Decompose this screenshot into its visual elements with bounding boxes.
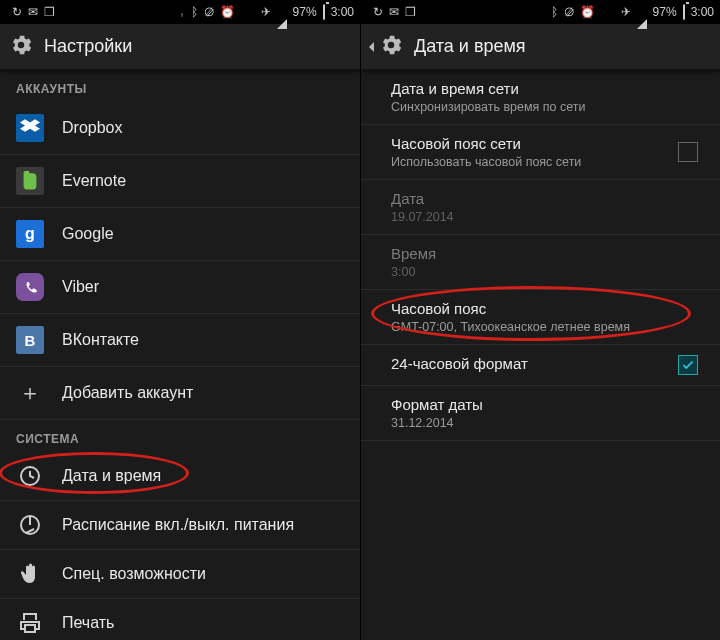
airplane-icon: ✈ (261, 6, 271, 18)
row-auto-timezone[interactable]: Часовой пояс сети Использовать часовой п… (361, 125, 720, 180)
plus-icon: ＋ (16, 379, 44, 407)
row-label: Расписание вкл./выкл. питания (62, 516, 294, 534)
mail-icon: ✉ (389, 6, 399, 18)
page-title: Настройки (44, 36, 132, 57)
google-icon: g (16, 220, 44, 248)
row-evernote[interactable]: Evernote (0, 155, 360, 208)
bluetooth-icon: ᛒ (191, 6, 198, 18)
row-title: Время (391, 245, 698, 262)
row-title: Часовой пояс (391, 300, 698, 317)
row-title: Формат даты (391, 396, 698, 413)
battery-icon (323, 6, 325, 18)
sync-icon: ↻ (373, 6, 383, 18)
actionbar[interactable]: Дата и время (361, 24, 720, 70)
row-label: Спец. возможности (62, 565, 206, 583)
chat-icon: ❐ (44, 6, 55, 18)
row-schedule-power[interactable]: Расписание вкл./выкл. питания (0, 501, 360, 550)
back-icon[interactable] (369, 42, 374, 52)
row-viber[interactable]: Viber (0, 261, 360, 314)
row-subtitle: 3:00 (391, 265, 698, 279)
battery-icon (683, 6, 685, 18)
row-label: Добавить аккаунт (62, 384, 193, 402)
checkbox-24h[interactable] (678, 355, 698, 375)
dropbox-icon (16, 114, 44, 142)
row-subtitle: GMT-07:00, Тихоокеанское летнее время (391, 320, 698, 334)
wifi-icon (241, 5, 255, 19)
row-24h-format[interactable]: 24-часовой формат (361, 345, 720, 386)
vibrate-icon: ∅̷ (564, 6, 574, 18)
chat-icon: ❐ (405, 6, 416, 18)
date-time-list[interactable]: Дата и время сети Синхронизировать время… (361, 70, 720, 441)
row-print[interactable]: Печать (0, 599, 360, 640)
signal-icon (277, 6, 287, 18)
row-subtitle: 19.07.2014 (391, 210, 698, 224)
row-title: Часовой пояс сети (391, 135, 666, 152)
mail-icon: ✉ (28, 6, 38, 18)
actionbar: Настройки (0, 24, 360, 70)
page-title: Дата и время (414, 36, 526, 57)
row-title: Дата и время сети (391, 80, 698, 97)
row-label: Печать (62, 614, 114, 632)
checkbox-auto-timezone[interactable] (678, 142, 698, 162)
row-subtitle: Использовать часовой пояс сети (391, 155, 666, 169)
phone-date-time: ↻ ✉ ❐ ᛒ ∅̷ ⏰ ✈ 97% 3:00 Дата и время Дат… (360, 0, 720, 640)
battery-pct: 97% (653, 6, 677, 18)
row-vk[interactable]: B ВКонтакте (0, 314, 360, 367)
sync-icon: ↻ (12, 6, 22, 18)
row-label: Дата и время (62, 467, 161, 485)
row-label: Viber (62, 278, 99, 296)
row-auto-time[interactable]: Дата и время сети Синхронизировать время… (361, 70, 720, 125)
category-system: СИСТЕМА (0, 420, 360, 452)
battery-pct: 97% (293, 6, 317, 18)
printer-icon (16, 609, 44, 637)
alarm-icon: ⏰ (580, 6, 595, 18)
vk-icon: B (16, 326, 44, 354)
alarm-icon: ⏰ (220, 6, 235, 18)
row-time: Время 3:00 (361, 235, 720, 290)
row-google[interactable]: g Google (0, 208, 360, 261)
row-dropbox[interactable]: Dropbox (0, 102, 360, 155)
status-bar: ↻ ✉ ❐ ᛒ ∅̷ ⏰ ✈ 97% 3:00 (361, 0, 720, 24)
row-title: 24-часовой формат (391, 355, 666, 372)
row-date-format[interactable]: Формат даты 31.12.2014 (361, 386, 720, 441)
row-label: Google (62, 225, 114, 243)
bluetooth-icon: ᛒ (551, 6, 558, 18)
row-add-account[interactable]: ＋ Добавить аккаунт (0, 367, 360, 420)
row-accessibility[interactable]: Спец. возможности (0, 550, 360, 599)
row-date-time[interactable]: Дата и время (0, 452, 360, 501)
clock: 3:00 (331, 6, 354, 18)
row-subtitle: 31.12.2014 (391, 416, 698, 430)
row-title: Дата (391, 190, 698, 207)
row-timezone[interactable]: Часовой пояс GMT-07:00, Тихоокеанское ле… (361, 290, 720, 345)
vibrate-icon: ∅̷ (204, 6, 214, 18)
category-accounts: АККАУНТЫ (0, 70, 360, 102)
clock-icon (16, 462, 44, 490)
gear-icon (8, 32, 34, 62)
phone-settings-main: , ↻ ✉ ❐ ᛒ ∅̷ ⏰ ✈ 97% 3:00 Настройки АККА… (0, 0, 360, 640)
row-label: ВКонтакте (62, 331, 139, 349)
gear-icon (378, 32, 404, 62)
signal-icon (637, 6, 647, 18)
wifi-icon (601, 5, 615, 19)
row-date: Дата 19.07.2014 (361, 180, 720, 235)
hand-icon (16, 560, 44, 588)
settings-list[interactable]: АККАУНТЫ Dropbox Evernote g Google Viber… (0, 70, 360, 640)
airplane-icon: ✈ (621, 6, 631, 18)
row-label: Dropbox (62, 119, 122, 137)
evernote-icon (16, 167, 44, 195)
clock: 3:00 (691, 6, 714, 18)
separator-dot: , (180, 2, 184, 18)
row-subtitle: Синхронизировать время по сети (391, 100, 698, 114)
row-label: Evernote (62, 172, 126, 190)
viber-icon (16, 273, 44, 301)
power-schedule-icon (16, 511, 44, 539)
